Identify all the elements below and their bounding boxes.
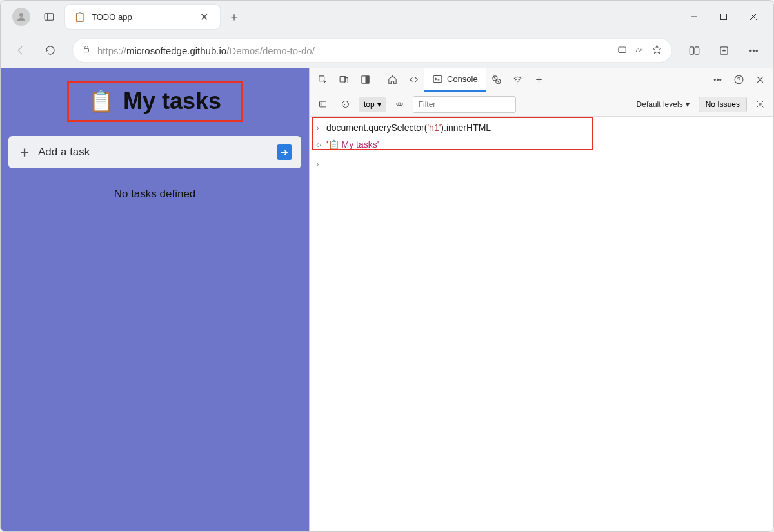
svg-point-17 bbox=[753, 50, 754, 51]
console-settings-icon[interactable] bbox=[751, 95, 769, 113]
elements-tab-icon[interactable] bbox=[403, 68, 424, 92]
svg-text:A»: A» bbox=[636, 46, 643, 53]
welcome-tab-icon[interactable] bbox=[382, 68, 403, 92]
svg-rect-12 bbox=[695, 46, 699, 54]
svg-point-33 bbox=[717, 79, 718, 80]
issues-button[interactable]: No Issues bbox=[699, 97, 747, 112]
back-button[interactable] bbox=[8, 38, 33, 63]
tab-close-button[interactable]: ✕ bbox=[197, 10, 211, 25]
svg-rect-1 bbox=[45, 14, 54, 21]
console-input-line: › document.querySelector('h1').innerHTML bbox=[310, 119, 773, 136]
svg-point-43 bbox=[398, 103, 401, 106]
add-task-input[interactable]: ＋ Add a task ➔ bbox=[8, 136, 301, 168]
svg-point-32 bbox=[714, 79, 715, 80]
submit-task-button[interactable]: ➔ bbox=[277, 144, 292, 160]
devtools-tab-bar: Console bbox=[310, 68, 773, 92]
svg-point-36 bbox=[739, 81, 739, 82]
devtools-close-button[interactable] bbox=[749, 68, 771, 92]
network-tab-icon[interactable] bbox=[507, 68, 528, 92]
address-bar[interactable]: https://microsoftedge.github.io/Demos/de… bbox=[73, 39, 671, 62]
app-available-icon[interactable] bbox=[617, 44, 628, 57]
svg-point-0 bbox=[19, 13, 23, 17]
input-chevron-icon: › bbox=[316, 121, 326, 135]
refresh-button[interactable] bbox=[38, 38, 63, 63]
tab-title: TODO app bbox=[92, 12, 197, 22]
svg-rect-7 bbox=[84, 48, 89, 52]
console-sidebar-toggle-icon[interactable] bbox=[313, 95, 332, 113]
browser-tab[interactable]: 📋 TODO app ✕ bbox=[65, 5, 220, 29]
console-output-line: ‹· '📋 My tasks' bbox=[310, 136, 773, 155]
more-menu-icon[interactable] bbox=[741, 38, 766, 63]
svg-rect-11 bbox=[690, 46, 693, 54]
plus-icon: ＋ bbox=[17, 143, 32, 162]
live-expression-icon[interactable] bbox=[390, 95, 409, 113]
console-tab[interactable]: Console bbox=[424, 68, 486, 92]
favorite-icon[interactable] bbox=[651, 44, 662, 57]
svg-point-29 bbox=[517, 83, 517, 83]
svg-rect-24 bbox=[433, 75, 442, 82]
console-prompt[interactable]: › bbox=[310, 155, 773, 172]
svg-rect-39 bbox=[320, 101, 326, 107]
add-task-placeholder: Add a task bbox=[38, 146, 277, 159]
console-filter-input[interactable] bbox=[413, 96, 516, 113]
devtools-help-icon[interactable] bbox=[728, 68, 749, 92]
read-aloud-icon[interactable]: A» bbox=[634, 44, 645, 57]
tab-actions-icon[interactable] bbox=[41, 8, 57, 25]
console-body[interactable]: › document.querySelector('h1').innerHTML… bbox=[310, 117, 773, 532]
svg-point-44 bbox=[759, 103, 762, 106]
prompt-chevron-icon: › bbox=[316, 157, 326, 171]
clear-console-icon[interactable] bbox=[336, 95, 355, 113]
svg-line-42 bbox=[343, 102, 347, 106]
window-minimize-button[interactable] bbox=[679, 6, 709, 27]
lock-icon bbox=[82, 44, 91, 56]
no-tasks-message: No tasks defined bbox=[114, 188, 196, 201]
window-maximize-button[interactable] bbox=[709, 6, 739, 27]
output-chevron-icon: ‹· bbox=[316, 137, 326, 152]
inspect-element-icon[interactable] bbox=[312, 68, 333, 92]
svg-marker-10 bbox=[653, 45, 661, 53]
svg-rect-8 bbox=[619, 46, 626, 52]
svg-line-28 bbox=[493, 77, 500, 84]
console-tab-label: Console bbox=[447, 74, 478, 84]
more-tabs-button[interactable] bbox=[528, 68, 550, 92]
tab-favicon-icon: 📋 bbox=[74, 12, 85, 22]
svg-point-34 bbox=[720, 79, 721, 80]
content-area: 📋 My tasks ＋ Add a task ➔ No tasks defin… bbox=[1, 68, 773, 532]
svg-point-16 bbox=[749, 50, 751, 51]
svg-rect-4 bbox=[721, 14, 727, 20]
new-tab-button[interactable]: ＋ bbox=[224, 6, 244, 27]
heading-text: My tasks bbox=[123, 88, 221, 115]
profile-icon[interactable] bbox=[12, 8, 30, 26]
devtools-pane: Console top▾ Default levels▾ No Issues bbox=[309, 68, 773, 532]
svg-point-18 bbox=[756, 50, 757, 51]
app-pane: 📋 My tasks ＋ Add a task ➔ No tasks defin… bbox=[1, 68, 309, 532]
execution-context-selector[interactable]: top▾ bbox=[359, 97, 386, 112]
address-bar-row: https://microsoftedge.github.io/Demos/de… bbox=[1, 33, 773, 68]
dock-side-icon[interactable] bbox=[355, 68, 376, 92]
window-close-button[interactable] bbox=[739, 6, 768, 27]
collections-icon[interactable] bbox=[711, 38, 736, 63]
url-text: https://microsoftedge.github.io/Demos/de… bbox=[97, 45, 610, 56]
sources-tab-icon[interactable] bbox=[486, 68, 507, 92]
devtools-more-icon[interactable] bbox=[707, 68, 728, 92]
device-toolbar-icon[interactable] bbox=[333, 68, 355, 92]
window-titlebar: 📋 TODO app ✕ ＋ bbox=[1, 1, 773, 33]
svg-rect-23 bbox=[366, 76, 370, 83]
clipboard-icon: 📋 bbox=[88, 89, 114, 113]
console-toolbar: top▾ Default levels▾ No Issues bbox=[310, 92, 773, 117]
split-screen-icon[interactable] bbox=[682, 38, 706, 63]
log-levels-selector[interactable]: Default levels▾ bbox=[637, 100, 690, 109]
page-title: 📋 My tasks bbox=[67, 81, 243, 122]
